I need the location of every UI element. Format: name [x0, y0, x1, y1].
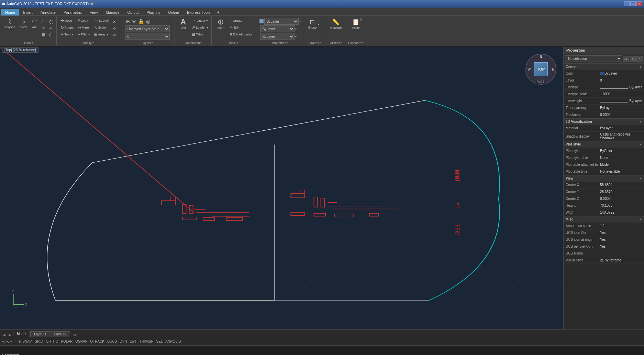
status-annovis[interactable]: ANNOVIS: [165, 340, 181, 343]
viewport[interactable]: [Top] [2D Wireframe] _ □ ✕: [0, 47, 563, 329]
tab-expand[interactable]: ▼: [214, 9, 222, 15]
prop-plotstyle-value: ByColor: [600, 149, 642, 153]
modify-group-label[interactable]: Modify ▾: [82, 41, 94, 45]
linear-button[interactable]: ↔ Linear ▾: [190, 17, 210, 24]
layout-tab-layout1[interactable]: Layout1: [30, 331, 50, 337]
groups-group-label[interactable]: Groups ▾: [309, 41, 321, 45]
bylayer-weight-select[interactable]: ByLayer: [260, 33, 295, 40]
maximize-btn[interactable]: □: [630, 1, 636, 6]
bylayer-line-dropdown: ▾: [295, 28, 297, 31]
section-view-header[interactable]: View ▲: [564, 175, 644, 182]
props-icon-1[interactable]: ⊡: [623, 56, 629, 62]
compass-center[interactable]: TOP: [534, 62, 548, 76]
layers-group-label[interactable]: Layers ▾: [142, 41, 153, 45]
polyline-button[interactable]: ⌇ Polyline: [3, 17, 17, 30]
mirror-button[interactable]: ⇔ Mirror: [76, 24, 92, 31]
props-icon-3[interactable]: ×: [636, 56, 643, 62]
array-button[interactable]: ⊞ Array ▾: [92, 31, 111, 38]
tab-online[interactable]: Online: [164, 9, 183, 15]
tab-home[interactable]: Home: [1, 9, 19, 15]
stretch-button[interactable]: ↔ Stretch: [92, 17, 111, 24]
tab-parametric[interactable]: Parametric: [60, 9, 86, 15]
layout-tab-model[interactable]: Model: [13, 331, 30, 337]
close-ribbon-button[interactable]: ✕: [359, 17, 364, 23]
annotation-group-label[interactable]: Annotation ▾: [185, 41, 202, 45]
line-button-sm[interactable]: /: [40, 19, 47, 25]
table-button[interactable]: ⊞ Table: [190, 31, 210, 38]
polyline-label: Polyline: [4, 25, 15, 29]
properties-group-label[interactable]: Properties ▾: [272, 41, 288, 45]
layout-scroll-left[interactable]: ◀: [1, 333, 7, 337]
bylayer-color-select[interactable]: ByLayer: [264, 18, 299, 25]
status-dyn[interactable]: DYN: [120, 340, 127, 343]
erase-button-sm[interactable]: ✕: [111, 19, 118, 25]
selection-dropdown[interactable]: No selection: [565, 55, 622, 62]
insert-button[interactable]: ⊕ Insert: [214, 17, 227, 31]
props-icon-2[interactable]: ≡: [630, 56, 636, 62]
arc-button[interactable]: ◠ Arc: [30, 17, 39, 30]
fillet-button[interactable]: ⌐ Fillet ▾: [76, 31, 92, 38]
layer-iso-button[interactable]: ◎: [145, 18, 151, 25]
section-misc-header[interactable]: Misc ▲: [564, 216, 644, 223]
tab-insert[interactable]: Insert: [19, 9, 36, 15]
status-lw[interactable]: LWT: [130, 340, 136, 343]
hatch-button-sm[interactable]: ▦: [40, 31, 47, 38]
explode-button-sm[interactable]: ⊹: [111, 25, 118, 32]
block-group-label[interactable]: Block ▾: [229, 41, 238, 45]
layer-dropdown[interactable]: 0: [125, 33, 170, 40]
bylayer-line-select[interactable]: ByLayer: [260, 25, 295, 32]
ellipse-button-sm[interactable]: ◯: [47, 19, 55, 25]
utilities-group-label[interactable]: Utilities ▾: [330, 41, 342, 45]
layer-state-select[interactable]: Unsaved Layer State: [125, 25, 170, 32]
layer-properties-button[interactable]: ⊞: [125, 18, 131, 25]
trim-button[interactable]: ✂ Trim ▾: [59, 31, 76, 38]
join-button-sm[interactable]: ⊕: [111, 32, 118, 38]
status-ducs[interactable]: DUCS: [107, 340, 117, 343]
copy-button[interactable]: ⎘ Copy: [76, 17, 92, 24]
measure-button[interactable]: 📏 Measure: [327, 17, 344, 31]
tab-output[interactable]: Output: [124, 9, 143, 15]
layout-tab-layout2[interactable]: Layout2: [51, 331, 70, 337]
rotate-button[interactable]: ↻ Rotate: [59, 24, 76, 31]
layer-lock-button[interactable]: 🔒: [137, 18, 145, 25]
group-button[interactable]: ⊡ Group ▾: [306, 17, 323, 30]
view-cube[interactable]: N S E W TOP WCS: [525, 54, 556, 85]
edit-button[interactable]: ✏ Edit: [228, 24, 254, 31]
section-plotstyle-header[interactable]: Plot style ▲: [564, 141, 644, 148]
create-button[interactable]: □ Create: [228, 17, 254, 24]
status-polar[interactable]: POLAR: [61, 340, 73, 343]
leader-button[interactable]: ↗ Leader ▾: [190, 24, 210, 31]
layer-freeze-button[interactable]: ❄: [131, 18, 137, 25]
status-grid[interactable]: GRID: [34, 340, 43, 343]
region-button-sm[interactable]: ⬡: [47, 32, 55, 38]
status-otrack[interactable]: OTRACK: [90, 340, 104, 343]
draw-group-label[interactable]: Draw ▾: [24, 41, 33, 45]
status-ortho[interactable]: ORTHO: [46, 340, 58, 343]
close-window-btn[interactable]: ×: [636, 1, 642, 6]
move-button[interactable]: ✛ Move: [59, 17, 76, 24]
spline-button-sm[interactable]: ∿: [47, 25, 55, 32]
status-osnap[interactable]: OSNAP: [75, 340, 87, 343]
section-3dvis-header[interactable]: 3D Visualization ▲: [564, 118, 644, 125]
window-controls[interactable]: − □ ×: [624, 1, 642, 6]
editattribs-button[interactable]: ≡ Edit Attributes: [228, 31, 254, 38]
tab-annotate[interactable]: Annotate: [37, 9, 59, 15]
tab-view[interactable]: View: [86, 9, 102, 15]
rect-button-sm[interactable]: ▭: [40, 25, 47, 31]
scale-button[interactable]: ⤡ Scale: [92, 24, 111, 31]
clipboard-group-label[interactable]: Clipboard ▾: [348, 41, 364, 45]
prop-height-row: Height 70.1086: [564, 202, 644, 209]
minimize-btn[interactable]: −: [624, 1, 630, 6]
tab-expresstools[interactable]: Express Tools: [183, 9, 214, 15]
text-button[interactable]: A Text: [177, 17, 189, 31]
status-transp[interactable]: TRANSP: [140, 340, 154, 343]
status-sel[interactable]: SEL: [156, 340, 163, 343]
section-general-header[interactable]: General ▲: [564, 64, 644, 70]
tab-plugins[interactable]: Plug-ins: [143, 9, 164, 15]
circle-button[interactable]: ○ Circle: [18, 17, 29, 30]
layout-new-tab[interactable]: ⊕: [72, 333, 77, 337]
tab-manage[interactable]: Manage: [102, 9, 123, 15]
layout-scroll-right[interactable]: ▶: [7, 333, 13, 337]
status-snap[interactable]: ⊕ SNAP: [18, 340, 32, 343]
ellipse-icon-sm: ◯: [49, 20, 53, 24]
